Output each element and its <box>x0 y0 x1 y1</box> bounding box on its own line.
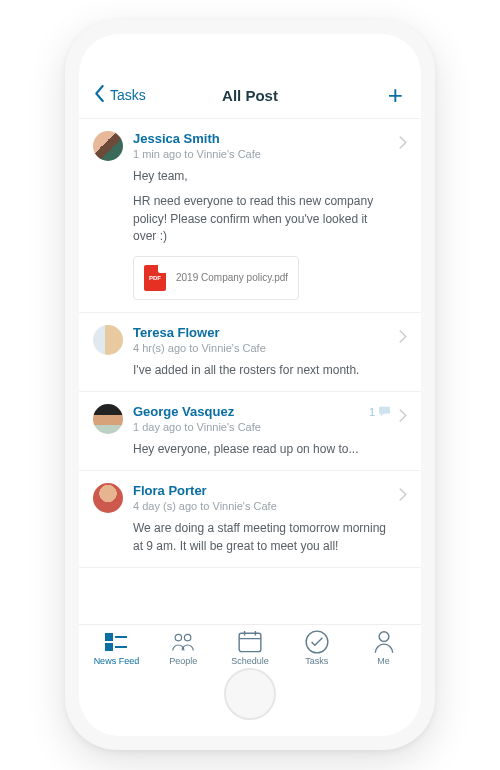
tab-label: Tasks <box>305 656 328 666</box>
svg-point-1 <box>185 634 191 640</box>
tab-tasks[interactable]: Tasks <box>283 631 350 666</box>
chevron-right-icon <box>399 487 407 505</box>
pdf-icon: PDF <box>144 265 166 291</box>
post-author: Teresa Flower <box>133 325 387 340</box>
post-item[interactable]: Teresa Flower 4 hr(s) ago to Vinnie's Ca… <box>79 313 421 392</box>
chevron-left-icon <box>93 85 106 105</box>
tab-schedule[interactable]: Schedule <box>217 631 284 666</box>
phone-frame: Tasks All Post + Jessica Smith 1 min ago… <box>65 20 435 750</box>
tab-label: People <box>169 656 197 666</box>
tab-label: News Feed <box>94 656 140 666</box>
back-button[interactable]: Tasks <box>93 85 146 105</box>
tab-label: Me <box>377 656 390 666</box>
tasks-icon <box>304 631 330 653</box>
tab-people[interactable]: People <box>150 631 217 666</box>
attachment-filename: 2019 Company policy.pdf <box>176 272 288 283</box>
add-post-button[interactable]: + <box>388 82 403 108</box>
post-author: Jessica Smith <box>133 131 387 146</box>
svg-point-14 <box>306 631 328 653</box>
post-feed: Jessica Smith 1 min ago to Vinnie's Cafe… <box>79 118 421 624</box>
svg-point-15 <box>379 632 389 642</box>
tab-me[interactable]: Me <box>350 631 417 666</box>
post-meta: 4 day (s) ago to Vinnie's Cafe <box>133 500 387 512</box>
post-item[interactable]: Jessica Smith 1 min ago to Vinnie's Cafe… <box>79 119 421 313</box>
tab-bar: News Feed People <box>79 624 421 672</box>
post-meta: 1 min ago to Vinnie's Cafe <box>133 148 387 160</box>
svg-rect-2 <box>239 633 261 651</box>
svg-point-0 <box>175 634 181 640</box>
chevron-right-icon <box>399 329 407 347</box>
newsfeed-icon <box>103 631 129 653</box>
chevron-right-icon <box>399 135 407 153</box>
comment-icon <box>378 406 391 417</box>
post-body: Hey team, HR need everyone to read this … <box>133 168 387 246</box>
post-body: I've added in all the rosters for next m… <box>133 362 387 379</box>
avatar <box>93 131 123 161</box>
back-label: Tasks <box>110 87 146 103</box>
person-icon <box>371 631 397 653</box>
calendar-icon <box>237 631 263 653</box>
post-item[interactable]: 1 George Vasquez 1 day ago to Vinnie's C… <box>79 392 421 471</box>
tab-label: Schedule <box>231 656 269 666</box>
avatar <box>93 483 123 513</box>
attachment[interactable]: PDF 2019 Company policy.pdf <box>133 256 299 300</box>
post-body: We are doing a staff meeting tomorrow mo… <box>133 520 387 555</box>
avatar <box>93 325 123 355</box>
tab-newsfeed[interactable]: News Feed <box>83 631 150 666</box>
header: Tasks All Post + <box>79 60 421 118</box>
post-body: Hey everyone, please read up on how to..… <box>133 441 387 458</box>
post-item[interactable]: Flora Porter 4 day (s) ago to Vinnie's C… <box>79 471 421 568</box>
post-meta: 4 hr(s) ago to Vinnie's Cafe <box>133 342 387 354</box>
post-author: Flora Porter <box>133 483 387 498</box>
avatar <box>93 404 123 434</box>
screen: Tasks All Post + Jessica Smith 1 min ago… <box>79 34 421 736</box>
page-title: All Post <box>222 87 278 104</box>
comment-count: 1 <box>369 406 391 418</box>
post-author: George Vasquez <box>133 404 387 419</box>
post-meta: 1 day ago to Vinnie's Cafe <box>133 421 387 433</box>
people-icon <box>170 631 196 653</box>
home-button[interactable] <box>224 668 276 720</box>
chevron-right-icon <box>399 408 407 426</box>
